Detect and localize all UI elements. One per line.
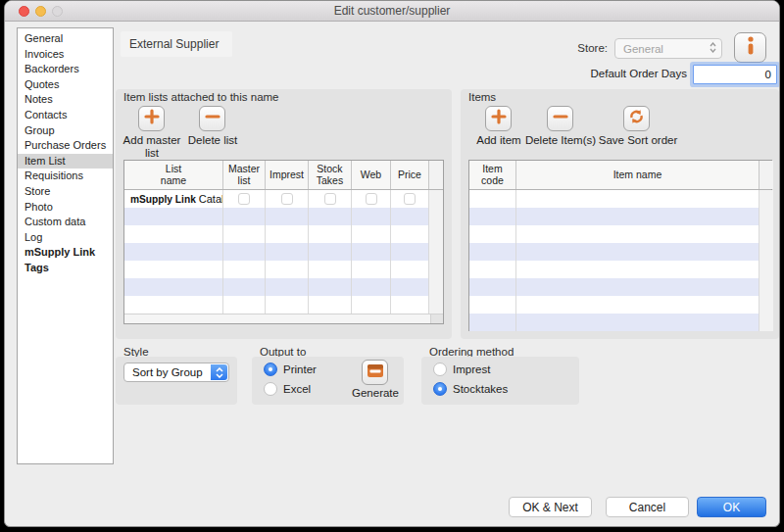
chevron-up-down-icon <box>211 364 227 380</box>
excel-radio[interactable] <box>264 382 277 396</box>
default-order-days-label: Default Order Days <box>534 68 687 79</box>
items-table-header: Item code Item name <box>469 161 771 190</box>
generate-label: Generate <box>346 387 405 400</box>
printer-radio-row[interactable]: Printer <box>264 363 317 376</box>
imprest-checkbox[interactable] <box>281 193 293 205</box>
sort-style-dropdown[interactable]: Sort by Group <box>123 363 229 382</box>
sidebar: General Invoices Backorders Quotes Notes… <box>17 27 114 464</box>
save-sort-order-button[interactable] <box>623 106 650 131</box>
sidebar-item-photo[interactable]: Photo <box>18 200 113 216</box>
excel-radio-row[interactable]: Excel <box>264 382 311 396</box>
table-row[interactable]: mSupply LinkCatalog <box>124 190 443 208</box>
imprest-radio-label: Imprest <box>453 363 490 375</box>
delete-list-label: Delete list <box>181 134 244 147</box>
stock-takes-checkbox[interactable] <box>324 193 336 205</box>
web-checkbox[interactable] <box>366 193 377 205</box>
info-button[interactable] <box>734 32 766 63</box>
delete-list-button[interactable] <box>199 106 225 131</box>
sidebar-item-log[interactable]: Log <box>18 230 113 246</box>
plus-icon <box>491 109 507 128</box>
delete-items-button[interactable] <box>547 106 573 131</box>
supplier-type-label: External Supplier <box>121 31 232 57</box>
col-imprest[interactable]: Imprest <box>266 161 309 189</box>
ok-next-label: OK & Next <box>522 501 578 514</box>
table-row[interactable] <box>124 243 443 261</box>
sidebar-item-backorders[interactable]: Backorders <box>18 62 113 77</box>
sidebar-item-msupply-link[interactable]: mSupply Link <box>18 245 113 261</box>
store-label: Store: <box>554 42 608 54</box>
list-name-rest: Catalog <box>199 193 223 205</box>
vertical-scrollbar[interactable] <box>429 190 443 208</box>
table-row[interactable] <box>124 296 443 314</box>
table-row[interactable] <box>124 278 443 296</box>
sidebar-item-custom-data[interactable]: Custom data <box>18 215 113 230</box>
imprest-radio-row[interactable]: Imprest <box>433 363 490 376</box>
col-stock-takes[interactable]: Stock Takes <box>309 161 352 189</box>
sidebar-item-item-list[interactable]: Item List <box>18 154 113 169</box>
table-row[interactable] <box>124 208 443 225</box>
add-item-button[interactable] <box>485 106 512 131</box>
add-master-list-button[interactable] <box>138 106 165 131</box>
col-master-list[interactable]: Master list <box>223 161 266 189</box>
scrollbar-header-spacer <box>429 161 443 189</box>
item-lists-table: List name Master list Imprest Stock Take… <box>123 160 444 324</box>
sidebar-item-contacts[interactable]: Contacts <box>18 108 113 123</box>
delete-items-label: Delete Item(s) <box>522 134 599 147</box>
price-checkbox[interactable] <box>404 193 416 205</box>
printer-icon <box>367 363 384 382</box>
ok-button[interactable]: OK <box>697 497 766 517</box>
info-icon <box>747 36 755 59</box>
sidebar-item-requisitions[interactable]: Requisitions <box>18 169 113 184</box>
vertical-scrollbar[interactable] <box>760 190 773 208</box>
col-item-name[interactable]: Item name <box>516 161 760 189</box>
ok-next-button[interactable]: OK & Next <box>509 497 592 517</box>
store-dropdown[interactable]: General <box>614 38 722 59</box>
list-name-bold: mSupply Link <box>130 194 196 205</box>
excel-radio-label: Excel <box>283 383 311 395</box>
sidebar-item-tags[interactable]: Tags <box>18 261 113 276</box>
table-row[interactable] <box>469 314 771 331</box>
sidebar-item-group[interactable]: Group <box>18 123 113 139</box>
cancel-label: Cancel <box>629 501 665 514</box>
table-row[interactable] <box>469 243 771 261</box>
sort-refresh-icon <box>628 109 645 128</box>
horizontal-scrollbar[interactable] <box>124 314 443 323</box>
col-list-name[interactable]: List name <box>124 161 223 189</box>
table-row[interactable] <box>124 225 443 243</box>
col-price[interactable]: Price <box>391 161 429 189</box>
sidebar-item-invoices[interactable]: Invoices <box>18 47 113 63</box>
table-row[interactable] <box>469 208 771 225</box>
master-list-checkbox[interactable] <box>238 193 250 205</box>
stocktakes-radio-row[interactable]: Stocktakes <box>433 382 508 396</box>
window-title: Edit customer/supplier <box>5 4 779 18</box>
imprest-radio[interactable] <box>433 363 447 376</box>
sidebar-item-store[interactable]: Store <box>18 184 113 200</box>
sidebar-item-notes[interactable]: Notes <box>18 92 113 108</box>
table-row[interactable] <box>124 261 443 278</box>
minus-icon <box>205 109 220 128</box>
save-sort-order-label: Save Sort order <box>593 134 683 147</box>
printer-radio[interactable] <box>264 363 277 376</box>
table-row[interactable] <box>469 296 771 314</box>
generate-button[interactable] <box>362 360 388 385</box>
items-table: Item code Item name <box>468 160 772 331</box>
titlebar: Edit customer/supplier <box>5 1 779 22</box>
items-table-body <box>469 190 771 331</box>
sidebar-item-quotes[interactable]: Quotes <box>18 77 113 93</box>
items-section-label: Items <box>468 91 496 103</box>
stocktakes-radio[interactable] <box>433 382 447 396</box>
col-item-code[interactable]: Item code <box>469 161 516 189</box>
table-row[interactable] <box>469 278 771 296</box>
cancel-button[interactable]: Cancel <box>606 497 689 517</box>
table-row[interactable] <box>469 261 771 278</box>
sidebar-item-purchase-orders[interactable]: Purchase Orders <box>18 138 113 154</box>
table-row[interactable] <box>469 225 771 243</box>
add-master-list-label: Add master list <box>115 134 189 160</box>
table-row[interactable] <box>469 190 771 208</box>
sidebar-item-general[interactable]: General <box>18 31 113 47</box>
add-item-label: Add item <box>469 134 528 147</box>
col-web[interactable]: Web <box>352 161 391 189</box>
plus-icon <box>144 109 160 128</box>
default-order-days-input[interactable] <box>693 65 777 84</box>
item-lists-table-body: mSupply LinkCatalog <box>124 190 443 314</box>
